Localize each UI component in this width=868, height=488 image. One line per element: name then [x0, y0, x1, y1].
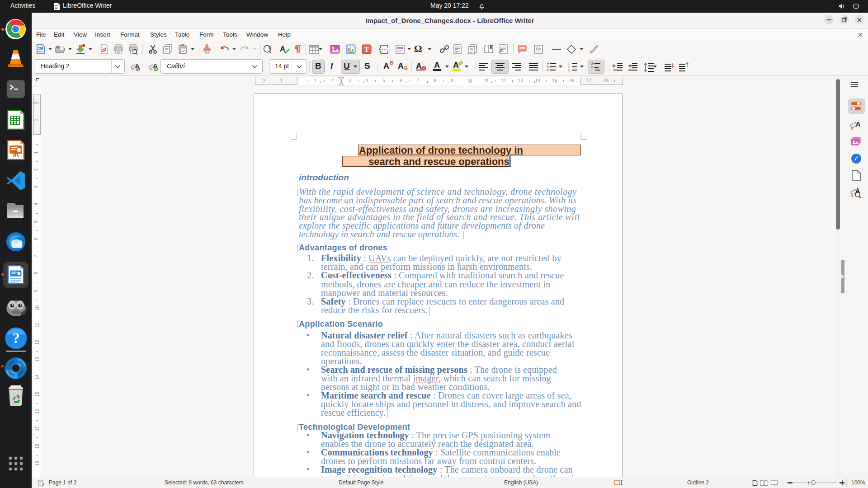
- svg-text:?: ?: [13, 330, 20, 346]
- svg-text:3.: 3.: [568, 69, 571, 72]
- svg-text:A: A: [856, 120, 861, 128]
- svg-text:1: 1: [455, 50, 457, 53]
- svg-text:2.: 2.: [568, 66, 571, 69]
- svg-text:T: T: [364, 46, 369, 53]
- svg-text:1.: 1.: [568, 62, 571, 66]
